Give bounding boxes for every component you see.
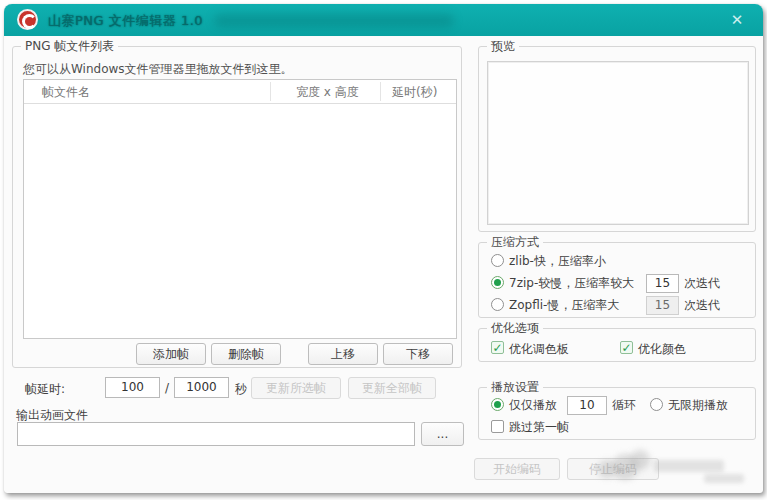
compression-group-label: 压缩方式 (487, 235, 543, 249)
window-body: PNG 帧文件列表 您可以从Windows文件管理器里拖放文件到这里。 帧文件名… (4, 36, 763, 493)
radio-play-loops[interactable] (491, 398, 504, 411)
column-header-size[interactable]: 宽度 x 高度 (296, 84, 359, 101)
radio-7zip-label[interactable]: 7zip-较慢，压缩率较大 (509, 275, 634, 292)
delay-unit-label: 秒 (235, 381, 247, 398)
optimize-palette-label[interactable]: 优化调色板 (509, 341, 569, 358)
column-header-delay[interactable]: 延时(秒) (392, 84, 437, 101)
7zip-iterations-input[interactable]: 15 (646, 274, 679, 293)
optimization-group: 优化选项 ✓ 优化调色板 ✓ 优化颜色 (478, 328, 756, 362)
preview-group-label: 预览 (487, 39, 519, 53)
move-up-button[interactable]: 上移 (308, 343, 378, 365)
skip-first-frame-label[interactable]: 跳过第一帧 (509, 419, 569, 436)
add-frame-button[interactable]: 添加帧 (136, 343, 206, 365)
update-all-frames-button[interactable]: 更新全部帧 (348, 377, 436, 399)
optimize-color-label[interactable]: 优化颜色 (638, 341, 686, 358)
frame-list-group: PNG 帧文件列表 您可以从Windows文件管理器里拖放文件到这里。 帧文件名… (12, 46, 462, 368)
output-path-input[interactable] (17, 422, 415, 446)
drag-drop-hint: 您可以从Windows文件管理器里拖放文件到这里。 (23, 61, 293, 78)
radio-zlib-label[interactable]: zlib-快，压缩率小 (509, 253, 606, 270)
update-selected-frame-button[interactable]: 更新所选帧 (251, 377, 341, 399)
7zip-iterations-label: 次迭代 (684, 275, 720, 292)
column-separator (380, 82, 381, 101)
radio-zlib[interactable] (491, 254, 504, 267)
loop-count-input[interactable]: 10 (567, 396, 607, 415)
loop-unit-label: 循环 (612, 397, 636, 414)
playback-group-label: 播放设置 (487, 380, 543, 394)
close-icon[interactable]: ✕ (727, 11, 747, 29)
optimize-color-checkbox[interactable]: ✓ (620, 341, 633, 354)
start-encode-button[interactable]: 开始编码 (474, 458, 560, 480)
app-window: 山寨PNG 文件编辑器 1.0 ✕ PNG 帧文件列表 您可以从Windows文… (4, 4, 763, 493)
window-title: 山寨PNG 文件编辑器 1.0 (48, 12, 203, 30)
optimization-group-label: 优化选项 (487, 321, 543, 335)
zopfli-iterations-input[interactable]: 15 (646, 296, 679, 315)
browse-button[interactable]: ... (421, 422, 464, 446)
frame-list-empty-area[interactable] (24, 104, 456, 338)
delay-denominator-input[interactable]: 1000 (174, 377, 229, 398)
title-bar[interactable]: 山寨PNG 文件编辑器 1.0 ✕ (4, 4, 763, 36)
frame-list-header: 帧文件名 宽度 x 高度 延时(秒) (24, 80, 456, 104)
column-separator (270, 82, 271, 101)
skip-first-frame-checkbox[interactable] (491, 420, 504, 433)
titlebar-watermark (214, 14, 454, 27)
frame-list-table[interactable]: 帧文件名 宽度 x 高度 延时(秒) (23, 79, 457, 339)
play-infinite-label[interactable]: 无限期播放 (668, 397, 728, 414)
frame-list-group-label: PNG 帧文件列表 (21, 39, 118, 53)
preview-group: 预览 (478, 46, 756, 232)
app-icon (17, 9, 38, 30)
radio-7zip[interactable] (491, 276, 504, 289)
zopfli-iterations-label: 次迭代 (684, 297, 720, 314)
column-header-filename[interactable]: 帧文件名 (42, 84, 90, 101)
delay-slash: / (165, 381, 169, 395)
delete-frame-button[interactable]: 删除帧 (211, 343, 281, 365)
frame-delay-label: 帧延时: (25, 381, 65, 398)
stop-encode-button[interactable]: 停止编码 (567, 458, 659, 480)
compression-group: 压缩方式 zlib-快，压缩率小 7zip-较慢，压缩率较大 15 次迭代 Zo… (478, 242, 756, 318)
play-loops-label[interactable]: 仅仅播放 (509, 397, 557, 414)
radio-play-infinite[interactable] (650, 398, 663, 411)
delay-numerator-input[interactable]: 100 (105, 377, 160, 398)
preview-canvas (487, 61, 749, 225)
playback-group: 播放设置 仅仅播放 10 循环 无限期播放 跳过第一帧 (478, 387, 756, 440)
radio-zopfli[interactable] (491, 298, 504, 311)
move-down-button[interactable]: 下移 (383, 343, 453, 365)
optimize-palette-checkbox[interactable]: ✓ (491, 341, 504, 354)
radio-zopfli-label[interactable]: Zopfli-慢，压缩率大 (509, 297, 619, 314)
